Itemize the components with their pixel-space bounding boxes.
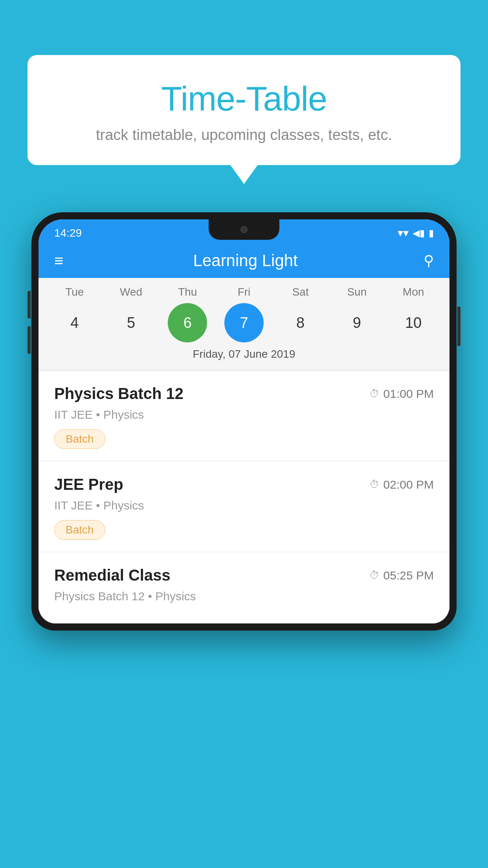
class-name-2: JEE Prep [54, 476, 123, 493]
signal-icon: ◀▮ [413, 228, 425, 239]
class-item-remedial[interactable]: Remedial Class ⏱ 05:25 PM Physics Batch … [39, 552, 449, 623]
bubble-title: Time-Table [47, 79, 441, 119]
class-list: Physics Batch 12 ⏱ 01:00 PM IIT JEE • Ph… [39, 371, 449, 623]
class-meta-1: IIT JEE • Physics [54, 408, 434, 421]
day-4[interactable]: 4 [55, 303, 94, 342]
class-meta-2: IIT JEE • Physics [54, 499, 434, 512]
class-time-3: ⏱ 05:25 PM [369, 569, 434, 582]
power-button [457, 307, 460, 346]
batch-badge-1: Batch [54, 429, 105, 449]
battery-icon: ▮ [429, 228, 434, 239]
class-time-1: ⏱ 01:00 PM [369, 387, 434, 401]
phone-notch [209, 219, 279, 240]
bubble-subtitle: track timetable, upcoming classes, tests… [47, 127, 441, 143]
day-10[interactable]: 10 [394, 303, 433, 342]
phone-mockup: 14:29 ▾▾ ◀▮ ▮ ≡ Learning Light ⚲ [31, 212, 457, 868]
phone-screen: 14:29 ▾▾ ◀▮ ▮ ≡ Learning Light ⚲ [39, 219, 449, 623]
volume-up-button [28, 291, 31, 318]
clock-icon-3: ⏱ [369, 569, 380, 581]
calendar-strip: Tue Wed Thu Fri Sat Sun Mon 4 5 6 7 8 [39, 278, 449, 370]
batch-badge-2: Batch [54, 520, 105, 540]
class-time-2: ⏱ 02:00 PM [369, 478, 434, 491]
class-item-physics-batch-12[interactable]: Physics Batch 12 ⏱ 01:00 PM IIT JEE • Ph… [39, 371, 449, 462]
day-9[interactable]: 9 [337, 303, 376, 342]
day-header-thu: Thu [168, 286, 207, 298]
day-numbers: 4 5 6 7 8 9 10 [39, 303, 449, 342]
day-header-sat: Sat [281, 286, 320, 298]
app-bar: ≡ Learning Light ⚲ [39, 243, 449, 278]
day-headers: Tue Wed Thu Fri Sat Sun Mon [39, 286, 449, 298]
speech-bubble: Time-Table track timetable, upcoming cla… [28, 55, 460, 165]
day-6-today[interactable]: 6 [168, 303, 207, 342]
day-header-mon: Mon [394, 286, 433, 298]
status-time: 14:29 [54, 227, 82, 239]
status-icons: ▾▾ ◀▮ ▮ [398, 226, 434, 239]
search-icon[interactable]: ⚲ [424, 252, 434, 269]
day-header-wed: Wed [112, 286, 151, 298]
class-name-3: Remedial Class [54, 566, 171, 584]
clock-icon-1: ⏱ [369, 388, 380, 400]
day-header-sun: Sun [337, 286, 376, 298]
day-header-fri: Fri [224, 286, 264, 298]
speech-bubble-container: Time-Table track timetable, upcoming cla… [28, 55, 460, 165]
day-8[interactable]: 8 [281, 303, 320, 342]
volume-down-button [28, 326, 31, 354]
day-header-tue: Tue [55, 286, 94, 298]
day-7-selected[interactable]: 7 [224, 303, 264, 342]
class-meta-3: Physics Batch 12 • Physics [54, 590, 434, 603]
class-item-jee-prep[interactable]: JEE Prep ⏱ 02:00 PM IIT JEE • Physics Ba… [39, 462, 449, 552]
selected-date-label: Friday, 07 June 2019 [39, 348, 449, 366]
hamburger-menu-icon[interactable]: ≡ [54, 253, 63, 268]
class-name-1: Physics Batch 12 [54, 385, 183, 403]
day-5[interactable]: 5 [112, 303, 151, 342]
camera-dot [240, 226, 248, 233]
app-title: Learning Light [67, 251, 424, 270]
clock-icon-2: ⏱ [369, 478, 380, 491]
wifi-icon: ▾▾ [398, 226, 409, 239]
